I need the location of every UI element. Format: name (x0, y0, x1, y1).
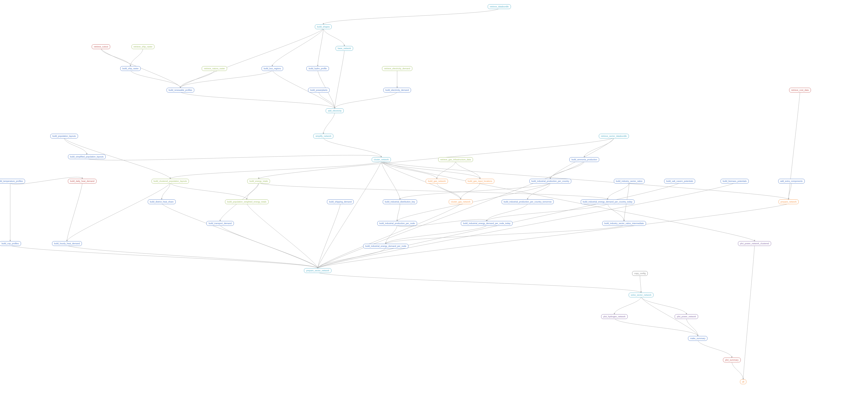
node-add_electricity[interactable]: add_electricity (326, 108, 344, 113)
node-retrieve_electricity_demand[interactable]: retrieve_electricity_demand (382, 66, 412, 71)
node-build_ammonia_production[interactable]: build_ammonia_production (569, 157, 599, 162)
node-build_hourly_heat_demand[interactable]: build_hourly_heat_demand (52, 241, 82, 246)
node-build_transport_demand[interactable]: build_transport_demand (207, 221, 234, 226)
node-simplify_network[interactable]: simplify_network (313, 134, 334, 139)
node-build_energy_totals[interactable]: build_energy_totals (247, 179, 270, 183)
node-add_extra_components[interactable]: add_extra_components (778, 179, 805, 183)
node-build_cop_profiles[interactable]: build_cop_profiles (0, 241, 21, 246)
node-retrieve_sector_databundle[interactable]: retrieve_sector_databundle (599, 134, 629, 139)
node-build_industrial_energy_demand_per_country_today[interactable]: build_industrial_energy_demand_per_count… (581, 199, 635, 204)
node-build_population_layouts[interactable]: build_population_layouts (50, 134, 78, 139)
node-prepare_network[interactable]: prepare_network (778, 199, 799, 204)
node-all[interactable]: all (740, 379, 746, 384)
node-retrieve_ship_raster[interactable]: retrieve_ship_raster (131, 44, 155, 49)
node-build_industrial_production_per_country_tomorrow[interactable]: build_industrial_production_per_country_… (502, 199, 554, 204)
node-build_industrial_production_per_node[interactable]: build_industrial_production_per_node (377, 221, 417, 226)
node-copy_config[interactable]: copy_config (632, 271, 648, 276)
node-build_population_weighted_energy_totals[interactable]: build_population_weighted_energy_totals (225, 199, 269, 204)
node-plot_power_network_clustered[interactable]: plot_power_network_clustered (738, 241, 771, 246)
node-plot_summary[interactable]: plot_summary (723, 357, 741, 362)
node-build_temperature_profiles[interactable]: build_temperature_profiles (0, 179, 25, 183)
node-build_industrial_energy_demand_per_node_today[interactable]: build_industrial_energy_demand_per_node_… (461, 221, 513, 226)
node-base_network[interactable]: base_network (336, 46, 353, 51)
node-build_renewable_profiles[interactable]: build_renewable_profiles (166, 88, 194, 92)
node-build_ship_raster[interactable]: build_ship_raster (120, 66, 141, 71)
node-build_district_heat_share[interactable]: build_district_heat_share (148, 199, 176, 204)
node-prepare_sector_network[interactable]: prepare_sector_network (304, 268, 331, 273)
node-retrieve_databundle[interactable]: retrieve_databundle (488, 4, 511, 9)
node-build_clustered_population_layouts[interactable]: build_clustered_population_layouts (151, 179, 189, 183)
dag-edges (0, 0, 868, 401)
node-build_powerplants[interactable]: build_powerplants (308, 88, 330, 92)
node-build_bus_regions[interactable]: build_bus_regions (261, 66, 283, 71)
node-retrieve_cutout[interactable]: retrieve_cutout (92, 44, 111, 49)
node-build_industry_sector_ratios_intermediate[interactable]: build_industry_sector_ratios_intermediat… (602, 221, 646, 226)
node-retrieve_natura_raster[interactable]: retrieve_natura_raster (202, 66, 227, 71)
node-build_hydro_profile[interactable]: build_hydro_profile (307, 66, 329, 71)
node-build_industrial_distribution_key[interactable]: build_industrial_distribution_key (383, 199, 417, 204)
node-solve_sector_network[interactable]: solve_sector_network (628, 293, 653, 297)
node-make_summary[interactable]: make_summary (688, 336, 707, 341)
node-build_industry_sector_ratios[interactable]: build_industry_sector_ratios (614, 179, 644, 183)
node-retrieve_cost_data[interactable]: retrieve_cost_data (789, 88, 811, 92)
node-build_electricity_demand[interactable]: build_electricity_demand (383, 88, 411, 92)
node-build_gas_input_locations[interactable]: build_gas_input_locations (466, 179, 495, 183)
node-plot_hydrogen_network[interactable]: plot_hydrogen_network (601, 314, 628, 319)
node-build_salt_cavern_potentials[interactable]: build_salt_cavern_potentials (664, 179, 695, 183)
node-build_shapes[interactable]: build_shapes (315, 24, 332, 29)
node-plot_power_network[interactable]: plot_power_network (675, 314, 698, 319)
node-build_gas_network[interactable]: build_gas_network (426, 179, 448, 183)
node-retrieve_gas_infrastructure_data[interactable]: retrieve_gas_infrastructure_data (438, 157, 473, 162)
node-cluster_gas_network[interactable]: cluster_gas_network (449, 199, 473, 204)
dag-canvas: retrieve_databundlebuild_shapesbase_netw… (0, 0, 868, 401)
node-build_biomass_potentials[interactable]: build_biomass_potentials (721, 179, 749, 183)
node-cluster_network[interactable]: cluster_network (372, 157, 391, 162)
node-build_industrial_production_per_country[interactable]: build_industrial_production_per_country (529, 179, 571, 183)
node-build_industrial_energy_demand_per_node[interactable]: build_industrial_energy_demand_per_node (363, 244, 408, 249)
node-build_daily_heat_demand[interactable]: build_daily_heat_demand (68, 179, 97, 183)
node-build_simplified_population_layouts[interactable]: build_simplified_population_layouts (68, 154, 106, 159)
node-build_shipping_demand[interactable]: build_shipping_demand (327, 199, 354, 204)
